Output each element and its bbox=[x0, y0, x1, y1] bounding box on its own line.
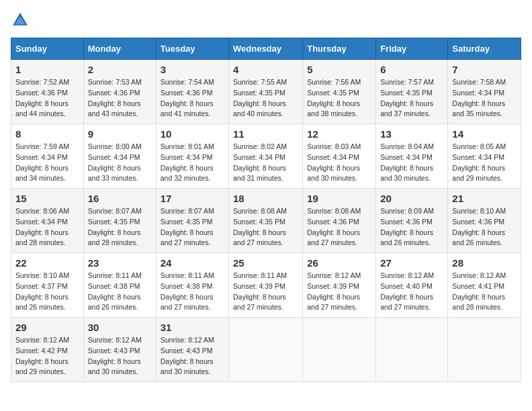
day-info: Sunrise: 8:06 AM Sunset: 4:34 PM Dayligh… bbox=[15, 206, 79, 248]
day-number: 25 bbox=[233, 257, 298, 269]
day-info: Sunrise: 8:12 AM Sunset: 4:43 PM Dayligh… bbox=[161, 335, 224, 377]
calendar-cell: 4 Sunrise: 7:55 AM Sunset: 4:35 PM Dayli… bbox=[229, 60, 303, 124]
calendar-cell: 2 Sunrise: 7:53 AM Sunset: 4:36 PM Dayli… bbox=[83, 60, 156, 124]
calendar-cell: 9 Sunrise: 8:00 AM Sunset: 4:34 PM Dayli… bbox=[83, 124, 156, 189]
calendar-cell: 1 Sunrise: 7:52 AM Sunset: 4:36 PM Dayli… bbox=[11, 60, 84, 124]
day-info: Sunrise: 8:01 AM Sunset: 4:34 PM Dayligh… bbox=[161, 142, 224, 184]
page-header bbox=[11, 11, 521, 30]
calendar-cell: 29 Sunrise: 8:12 AM Sunset: 4:42 PM Dayl… bbox=[11, 318, 84, 382]
day-number: 5 bbox=[307, 64, 371, 75]
calendar-header-day: Friday bbox=[376, 38, 448, 60]
day-info: Sunrise: 7:58 AM Sunset: 4:34 PM Dayligh… bbox=[452, 77, 517, 120]
day-info: Sunrise: 8:05 AM Sunset: 4:34 PM Dayligh… bbox=[452, 142, 517, 184]
day-number: 16 bbox=[88, 193, 152, 204]
day-number: 31 bbox=[161, 322, 224, 333]
day-info: Sunrise: 7:56 AM Sunset: 4:35 PM Dayligh… bbox=[307, 77, 371, 120]
day-number: 8 bbox=[15, 128, 79, 140]
day-number: 27 bbox=[380, 257, 443, 269]
day-info: Sunrise: 8:08 AM Sunset: 4:36 PM Dayligh… bbox=[307, 206, 371, 248]
calendar-cell: 6 Sunrise: 7:57 AM Sunset: 4:35 PM Dayli… bbox=[376, 60, 448, 124]
calendar-cell: 8 Sunrise: 7:59 AM Sunset: 4:34 PM Dayli… bbox=[11, 124, 84, 189]
calendar-week-row: 15 Sunrise: 8:06 AM Sunset: 4:34 PM Dayl… bbox=[11, 189, 521, 253]
calendar-cell: 10 Sunrise: 8:01 AM Sunset: 4:34 PM Dayl… bbox=[156, 124, 228, 189]
day-info: Sunrise: 7:52 AM Sunset: 4:36 PM Dayligh… bbox=[15, 77, 79, 120]
day-number: 30 bbox=[88, 322, 152, 333]
day-info: Sunrise: 8:12 AM Sunset: 4:42 PM Dayligh… bbox=[15, 335, 79, 377]
calendar-cell: 21 Sunrise: 8:10 AM Sunset: 4:36 PM Dayl… bbox=[448, 189, 521, 253]
calendar-cell: 26 Sunrise: 8:12 AM Sunset: 4:39 PM Dayl… bbox=[303, 253, 376, 318]
day-number: 24 bbox=[161, 257, 224, 269]
calendar-cell: 27 Sunrise: 8:12 AM Sunset: 4:40 PM Dayl… bbox=[376, 253, 448, 318]
day-number: 19 bbox=[307, 193, 371, 204]
calendar-cell: 11 Sunrise: 8:02 AM Sunset: 4:34 PM Dayl… bbox=[229, 124, 303, 189]
calendar-cell: 17 Sunrise: 8:07 AM Sunset: 4:35 PM Dayl… bbox=[156, 189, 228, 253]
day-info: Sunrise: 8:10 AM Sunset: 4:37 PM Dayligh… bbox=[15, 271, 79, 313]
day-number: 2 bbox=[88, 64, 152, 75]
day-number: 29 bbox=[15, 322, 79, 333]
calendar-cell bbox=[376, 318, 448, 382]
day-number: 13 bbox=[380, 128, 443, 140]
day-info: Sunrise: 8:12 AM Sunset: 4:40 PM Dayligh… bbox=[380, 271, 443, 313]
day-number: 22 bbox=[15, 257, 79, 269]
day-number: 1 bbox=[15, 64, 79, 75]
day-info: Sunrise: 7:57 AM Sunset: 4:35 PM Dayligh… bbox=[380, 77, 443, 120]
day-number: 26 bbox=[307, 257, 371, 269]
calendar-cell: 28 Sunrise: 8:12 AM Sunset: 4:41 PM Dayl… bbox=[448, 253, 521, 318]
calendar-cell: 24 Sunrise: 8:11 AM Sunset: 4:38 PM Dayl… bbox=[156, 253, 228, 318]
day-number: 14 bbox=[452, 128, 517, 140]
calendar-cell: 5 Sunrise: 7:56 AM Sunset: 4:35 PM Dayli… bbox=[303, 60, 376, 124]
day-info: Sunrise: 7:59 AM Sunset: 4:34 PM Dayligh… bbox=[15, 142, 79, 184]
calendar-cell: 31 Sunrise: 8:12 AM Sunset: 4:43 PM Dayl… bbox=[156, 318, 228, 382]
day-info: Sunrise: 8:12 AM Sunset: 4:39 PM Dayligh… bbox=[307, 271, 371, 313]
day-info: Sunrise: 8:11 AM Sunset: 4:38 PM Dayligh… bbox=[161, 271, 224, 313]
calendar-cell: 16 Sunrise: 8:07 AM Sunset: 4:35 PM Dayl… bbox=[83, 189, 156, 253]
calendar-cell: 13 Sunrise: 8:04 AM Sunset: 4:34 PM Dayl… bbox=[376, 124, 448, 189]
day-number: 12 bbox=[307, 128, 371, 140]
day-number: 7 bbox=[452, 64, 517, 75]
day-number: 20 bbox=[380, 193, 443, 204]
calendar-header-day: Wednesday bbox=[229, 38, 303, 60]
day-number: 21 bbox=[452, 193, 517, 204]
day-info: Sunrise: 8:10 AM Sunset: 4:36 PM Dayligh… bbox=[452, 206, 517, 248]
day-info: Sunrise: 8:11 AM Sunset: 4:39 PM Dayligh… bbox=[233, 271, 298, 313]
day-number: 3 bbox=[161, 64, 224, 75]
logo bbox=[11, 11, 32, 30]
day-number: 18 bbox=[233, 193, 298, 204]
calendar-cell: 14 Sunrise: 8:05 AM Sunset: 4:34 PM Dayl… bbox=[448, 124, 521, 189]
day-info: Sunrise: 8:12 AM Sunset: 4:41 PM Dayligh… bbox=[452, 271, 517, 313]
day-info: Sunrise: 8:02 AM Sunset: 4:34 PM Dayligh… bbox=[233, 142, 298, 184]
calendar-cell: 25 Sunrise: 8:11 AM Sunset: 4:39 PM Dayl… bbox=[229, 253, 303, 318]
day-number: 11 bbox=[233, 128, 298, 140]
calendar-cell: 12 Sunrise: 8:03 AM Sunset: 4:34 PM Dayl… bbox=[303, 124, 376, 189]
day-info: Sunrise: 7:54 AM Sunset: 4:36 PM Dayligh… bbox=[161, 77, 224, 120]
calendar-table: SundayMondayTuesdayWednesdayThursdayFrid… bbox=[11, 38, 521, 382]
day-info: Sunrise: 8:09 AM Sunset: 4:36 PM Dayligh… bbox=[380, 206, 443, 248]
calendar-week-row: 29 Sunrise: 8:12 AM Sunset: 4:42 PM Dayl… bbox=[11, 318, 521, 382]
logo-icon bbox=[11, 11, 30, 30]
calendar-cell bbox=[448, 318, 521, 382]
day-info: Sunrise: 8:07 AM Sunset: 4:35 PM Dayligh… bbox=[161, 206, 224, 248]
calendar-cell: 18 Sunrise: 8:08 AM Sunset: 4:35 PM Dayl… bbox=[229, 189, 303, 253]
day-info: Sunrise: 7:53 AM Sunset: 4:36 PM Dayligh… bbox=[88, 77, 152, 120]
day-number: 6 bbox=[380, 64, 443, 75]
calendar-cell: 22 Sunrise: 8:10 AM Sunset: 4:37 PM Dayl… bbox=[11, 253, 84, 318]
calendar-cell: 20 Sunrise: 8:09 AM Sunset: 4:36 PM Dayl… bbox=[376, 189, 448, 253]
day-number: 15 bbox=[15, 193, 79, 204]
day-number: 17 bbox=[161, 193, 224, 204]
calendar-cell: 30 Sunrise: 8:12 AM Sunset: 4:43 PM Dayl… bbox=[83, 318, 156, 382]
calendar-cell: 23 Sunrise: 8:11 AM Sunset: 4:38 PM Dayl… bbox=[83, 253, 156, 318]
day-number: 28 bbox=[452, 257, 517, 269]
calendar-cell: 7 Sunrise: 7:58 AM Sunset: 4:34 PM Dayli… bbox=[448, 60, 521, 124]
calendar-week-row: 1 Sunrise: 7:52 AM Sunset: 4:36 PM Dayli… bbox=[11, 60, 521, 124]
calendar-week-row: 22 Sunrise: 8:10 AM Sunset: 4:37 PM Dayl… bbox=[11, 253, 521, 318]
day-info: Sunrise: 8:11 AM Sunset: 4:38 PM Dayligh… bbox=[88, 271, 152, 313]
calendar-header-day: Monday bbox=[83, 38, 156, 60]
day-info: Sunrise: 7:55 AM Sunset: 4:35 PM Dayligh… bbox=[233, 77, 298, 120]
day-info: Sunrise: 8:04 AM Sunset: 4:34 PM Dayligh… bbox=[380, 142, 443, 184]
calendar-header-day: Thursday bbox=[303, 38, 376, 60]
day-info: Sunrise: 8:00 AM Sunset: 4:34 PM Dayligh… bbox=[88, 142, 152, 184]
calendar-header-day: Sunday bbox=[11, 38, 84, 60]
calendar-cell bbox=[229, 318, 303, 382]
calendar-cell: 19 Sunrise: 8:08 AM Sunset: 4:36 PM Dayl… bbox=[303, 189, 376, 253]
calendar-header-day: Tuesday bbox=[156, 38, 228, 60]
